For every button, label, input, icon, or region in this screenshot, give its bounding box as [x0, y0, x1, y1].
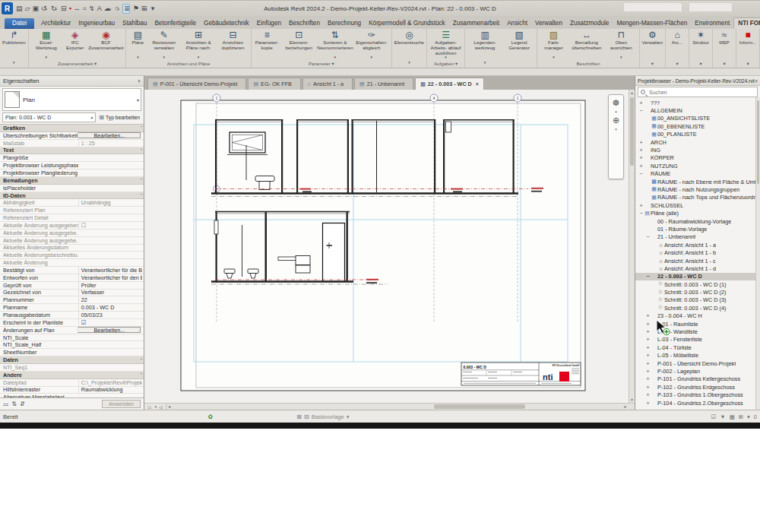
- tree-item[interactable]: ⌂ Ansicht: Ansicht 1 - b: [635, 249, 760, 256]
- chevron-down-icon[interactable]: ▾: [615, 109, 617, 114]
- property-row[interactable]: Abhängigkeit Unabhängig: [0, 199, 144, 207]
- tree-expander[interactable]: +: [645, 385, 651, 390]
- browser-scrollbar[interactable]: [755, 97, 760, 410]
- verwalten-button[interactable]: ⚙Verwalten: [641, 30, 663, 60]
- close-icon[interactable]: ×: [755, 78, 758, 84]
- tree-item[interactable]: + L-03 - Fensterliste: [635, 336, 760, 344]
- save-icon[interactable]: ▣: [31, 5, 38, 13]
- ribbon-tab[interactable]: Stahlbau: [119, 18, 150, 29]
- sort-descending-icon[interactable]: ⇵: [20, 401, 25, 407]
- worksharing-icon[interactable]: ✿: [208, 413, 214, 420]
- render-icon[interactable]: ○▾: [114, 5, 120, 13]
- property-row[interactable]: Aktuelle Änderungsbeschreibu...: [0, 252, 144, 259]
- property-row[interactable]: Aktuelle Änderung: [0, 259, 144, 267]
- property-row[interactable]: ID-Daten ˆ: [0, 192, 144, 200]
- sortieren-neunummerieren-button[interactable]: ⇅Sortieren & Neunummerieren▾: [317, 30, 353, 60]
- ansichten-duplizieren-button[interactable]: ⊟Ansichten duplizieren: [217, 30, 249, 60]
- property-row[interactable]: Überschreibungen Sichtbarkeit... Bearbei…: [0, 132, 144, 140]
- tree-item[interactable]: + P-101 - Grundriss Kellergeschoss: [635, 375, 760, 383]
- property-row[interactable]: Maßstab 1 : 25: [0, 140, 144, 147]
- property-row[interactable]: Projektbrowser Leistungsphase: [0, 162, 144, 169]
- vertical-scrollbar[interactable]: ▲ ▼: [629, 90, 635, 403]
- ribbon-tab[interactable]: Zusammenarbeit: [449, 18, 503, 29]
- ribbon-tab[interactable]: Einfügen: [253, 18, 285, 29]
- mask-selection-icon[interactable]: ▦: [730, 413, 735, 420]
- scroll-left-icon[interactable]: ◄: [166, 404, 173, 410]
- scrollbar-thumb[interactable]: [630, 97, 634, 166]
- property-row[interactable]: Hilfslinienraster Raumabwicklung: [0, 387, 144, 394]
- property-row[interactable]: Aktuelles Änderungsdatum: [0, 245, 144, 252]
- struktur-button[interactable]: ✶Struktur: [691, 30, 711, 60]
- tree-expander[interactable]: +: [638, 100, 644, 106]
- default-3d-view-icon[interactable]: ☁▾: [103, 5, 112, 13]
- chevron-down-icon[interactable]: ▾: [615, 127, 617, 131]
- tree-expander[interactable]: −: [645, 234, 651, 239]
- scroll-down-icon[interactable]: ▼: [629, 397, 635, 403]
- legend-generator-button[interactable]: ▧Legend Generator: [503, 30, 535, 65]
- tree-item[interactable]: + NUTZUNG: [635, 162, 760, 169]
- tree-expander[interactable]: +: [645, 401, 651, 406]
- view-tab[interactable]: ▤ 22 - 0.003 - WC D ×: [415, 78, 484, 90]
- drawing-canvas[interactable]: 1 A 1: [144, 90, 635, 403]
- horizontal-scrollbar[interactable]: ◄ ►: [166, 404, 629, 410]
- visual-style-icon[interactable]: ◑: [154, 404, 157, 409]
- property-row[interactable]: Plangröße: [0, 154, 144, 162]
- property-row[interactable]: Daten ˆ: [0, 356, 144, 364]
- tree-expander[interactable]: +: [645, 392, 651, 397]
- tree-expander[interactable]: +: [638, 147, 644, 153]
- tree-expander[interactable]: −: [638, 211, 644, 216]
- design-options-icon[interactable]: ⊟: [304, 413, 309, 420]
- ribbon-tab[interactable]: Gebäudetechnik: [200, 18, 253, 29]
- tag-icon[interactable]: ⚑: [132, 5, 138, 13]
- ribbon-tab[interactable]: Berechnung: [324, 18, 365, 29]
- view-tab[interactable]: ▤ P-001 - Übersicht Demo-Projekt: [147, 78, 246, 90]
- signin-button[interactable]: [623, 2, 682, 12]
- qat-customize-icon[interactable]: ▾: [150, 5, 154, 13]
- property-row[interactable]: Projektbrowser Plangliederung: [0, 169, 144, 177]
- tree-item[interactable]: + P-103 - Grundriss 1.Obergeschoss: [635, 391, 760, 398]
- tree-item[interactable]: − RÄUME: [635, 170, 760, 178]
- tree-expander[interactable]: +: [645, 353, 651, 358]
- browser-search[interactable]: [638, 87, 758, 97]
- align-icon[interactable]: =: [82, 5, 86, 13]
- property-row[interactable]: Geprüft von Prüfer: [0, 282, 144, 290]
- tree-item[interactable]: + KÖRPER: [635, 154, 760, 162]
- switch-windows-icon[interactable]: ⊞▾: [141, 5, 148, 13]
- property-row[interactable]: Planname 0.003 - WC D: [0, 304, 144, 312]
- tree-expander[interactable]: +: [638, 203, 644, 208]
- tree-item[interactable]: ▦ 00_ANSICHTSLISTE: [635, 115, 760, 122]
- close-icon[interactable]: ×: [476, 81, 479, 87]
- tree-item[interactable]: ▦ RÄUME - nach Tops und Flächenzuordnung: [635, 194, 760, 201]
- view-tab[interactable]: ⌂ Ansicht 1 - a: [302, 78, 353, 90]
- tree-item[interactable]: + L-01 - Raumliste: [635, 320, 760, 328]
- revisionen-verwalten-button[interactable]: ✎Revisionen verwalten▾: [147, 30, 180, 60]
- property-row[interactable]: Gezeichnet von Verfasser: [0, 290, 144, 297]
- tree-expander[interactable]: +: [645, 361, 651, 366]
- editable-only-icon[interactable]: ☑: [711, 413, 717, 420]
- exclude-options-icon[interactable]: ⊞: [739, 413, 743, 420]
- edit-type-button[interactable]: ⊞Typ bearbeiten: [97, 114, 141, 121]
- property-row[interactable]: isPlaceholder: [0, 185, 144, 192]
- tree-item[interactable]: + 23 - 0.004 - WC H: [635, 312, 760, 320]
- mep-button[interactable]: ≈MEP: [714, 30, 734, 60]
- print-icon[interactable]: ⊟: [60, 5, 66, 13]
- parameterkopie-button[interactable]: ≡Parameter- kopie: [253, 30, 281, 60]
- property-row[interactable]: Bemaßungen ˆ: [0, 177, 144, 185]
- tree-item[interactable]: ▩ RÄUME - nach Ebene mit Fläche & Umfang: [635, 178, 760, 185]
- scrollbar-thumb[interactable]: [757, 100, 759, 184]
- tree-expander[interactable]: +: [638, 140, 644, 145]
- ribbon-tab[interactable]: Betonfertigteile: [150, 18, 200, 29]
- plaene-button[interactable]: ▤Pläne▾: [128, 30, 147, 60]
- apply-button[interactable]: Anwenden: [102, 400, 141, 408]
- eigenschaften-abgleich-button[interactable]: ✑Eigenschaften- abgleich▾: [353, 30, 390, 60]
- selection-count[interactable]: 0: [754, 413, 757, 420]
- tree-item[interactable]: + P-001 - Übersicht Demo-Projekt: [635, 359, 760, 367]
- tree-item[interactable]: + SCHLÜSSEL: [635, 201, 760, 209]
- property-row[interactable]: Plannummer 22: [0, 296, 144, 304]
- view-tab[interactable]: ▤ EG- OK FFB: [248, 78, 300, 90]
- ifc-exporter-button[interactable]: ◈IFC Exporter: [62, 30, 87, 60]
- property-row[interactable]: Referenziert Detail: [0, 214, 144, 222]
- ribbon-tab[interactable]: Verwalten: [531, 18, 566, 29]
- worksets-icon[interactable]: ⊞: [296, 413, 302, 420]
- tree-expander[interactable]: −: [638, 171, 644, 176]
